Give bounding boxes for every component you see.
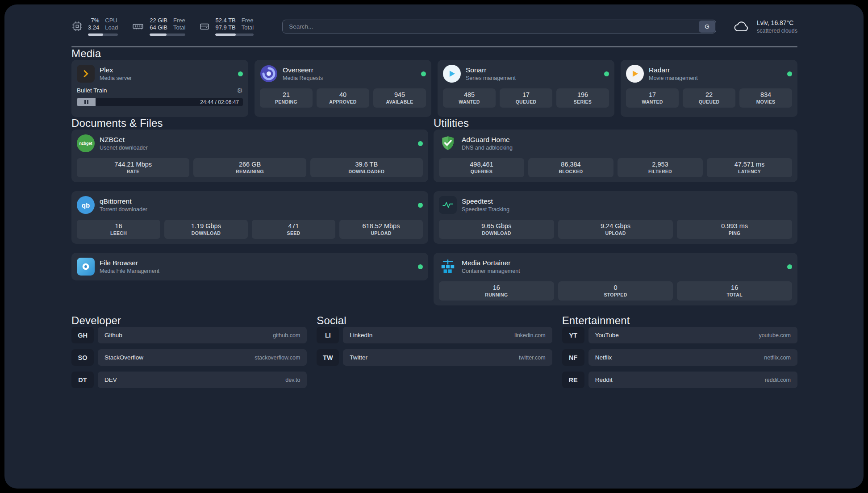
stat-box: 17 QUEUED <box>500 88 552 108</box>
service-name: NZBGet <box>100 136 148 144</box>
stat-value: 0 <box>559 284 672 291</box>
bookmark-twitter[interactable]: TW Twitter twitter.com <box>317 349 552 366</box>
service-card-portainer[interactable]: Media Portainer Container management 16 … <box>434 253 797 305</box>
stat-value: 485 <box>444 91 495 98</box>
stat-box: 618.52 Mbps UPLOAD <box>339 220 423 239</box>
stat-value: 39.6 TB <box>311 161 422 168</box>
service-name: AdGuard Home <box>462 136 513 144</box>
stat-label: QUEUED <box>501 99 551 104</box>
service-card-sonarr[interactable]: Sonarr Series management 485 WANTED 17 Q… <box>438 60 614 117</box>
bookmark-name: Twitter <box>350 354 367 361</box>
service-name: File Browser <box>100 259 159 267</box>
media-card-row: Plex Media server Bullet Train ⚙ 24:44 /… <box>71 60 797 117</box>
service-card-speedtest[interactable]: Speedtest Speedtest Tracking 9.65 Gbps D… <box>434 191 797 244</box>
status-dot <box>418 141 423 146</box>
bookmark-abbr: LI <box>317 327 339 343</box>
stat-box: 86,384 BLOCKED <box>528 158 613 177</box>
search-input[interactable] <box>282 20 716 33</box>
media-player-widget: 24:44 / 02:06:47 <box>77 98 243 106</box>
weather-location: Lviv, 16.87°C <box>757 19 797 26</box>
service-desc: Movie management <box>649 75 698 81</box>
qbittorrent-icon: qb <box>77 196 95 214</box>
memory-free-label: Free <box>173 17 185 24</box>
disk-usage-bar <box>215 33 254 36</box>
stat-box: 2,953 FILTERED <box>618 158 703 177</box>
bookmark-netflix[interactable]: NF Netflix netflix.com <box>562 349 797 366</box>
sonarr-icon <box>443 65 461 83</box>
header-divider <box>71 46 797 47</box>
service-desc: Series management <box>466 75 516 81</box>
pause-button[interactable] <box>77 98 96 106</box>
dashboard: 7% 3.24 CPU Load 22 GiB <box>4 4 864 489</box>
stat-box: 196 SERIES <box>556 88 609 108</box>
cpu-load-label: Load <box>105 24 118 31</box>
stat-box: 945 AVAILABLE <box>373 88 426 108</box>
bookmark-group-developer: Developer GH Github github.com SO StackO… <box>71 314 307 394</box>
bookmark-linkedin[interactable]: LI LinkedIn linkedin.com <box>317 327 552 343</box>
nzbget-icon: nzbget <box>77 134 95 152</box>
service-card-nzbget[interactable]: nzbget NZBGet Usenet downloader 744.21 M… <box>71 130 428 182</box>
portainer-icon <box>439 258 457 276</box>
service-card-filebrowser[interactable]: File Browser Media File Management <box>71 253 428 280</box>
now-playing-title: Bullet Train <box>77 87 107 94</box>
bookmark-stackoverflow[interactable]: SO StackOverflow stackoverflow.com <box>71 349 307 366</box>
stat-label: REMAINING <box>194 169 305 174</box>
stat-label: WANTED <box>627 99 678 104</box>
stat-box: 17 WANTED <box>626 88 679 108</box>
cpu-usage-bar <box>88 33 118 36</box>
nzbget-icon-text: nzbget <box>79 141 92 146</box>
cpu-icon <box>71 21 83 32</box>
bookmark-name: Reddit <box>595 376 613 383</box>
qbittorrent-icon-text: qb <box>82 201 90 209</box>
service-name: Sonarr <box>466 66 516 74</box>
bookmark-name: Github <box>104 332 122 338</box>
settings-gear-icon[interactable]: ⚙ <box>237 87 243 94</box>
service-card-plex[interactable]: Plex Media server Bullet Train ⚙ 24:44 /… <box>71 60 248 117</box>
service-desc: Media server <box>100 75 132 81</box>
service-name: Overseerr <box>283 66 323 74</box>
disk-free-value: 52.4 TB <box>215 17 235 24</box>
memory-free-value: 22 GiB <box>150 17 167 24</box>
bookmark-url: netflix.com <box>764 355 791 361</box>
stat-value: 2,953 <box>618 161 702 168</box>
disk-icon <box>199 21 210 32</box>
bookmark-github[interactable]: GH Github github.com <box>71 327 307 343</box>
service-card-adguard[interactable]: AdGuard Home DNS and adblocking 498,461 … <box>434 130 797 182</box>
search-provider-button[interactable]: G <box>699 21 715 33</box>
bookmark-dev[interactable]: DT DEV dev.to <box>71 372 307 388</box>
weather-widget: Lviv, 16.87°C scattered clouds <box>731 18 797 34</box>
cpu-stats: 7% 3.24 CPU Load <box>88 17 118 36</box>
stat-label: LEECH <box>78 230 159 236</box>
bookmark-url: reddit.com <box>765 377 791 383</box>
stat-label: TOTAL <box>678 292 791 297</box>
stat-box: 471 SEED <box>252 220 335 239</box>
stat-box: 1.19 Gbps DOWNLOAD <box>164 220 248 239</box>
seek-bar: 24:44 / 02:06:47 <box>96 98 243 106</box>
service-card-overseerr[interactable]: Overseerr Media Requests 21 PENDING 40 A… <box>255 60 431 117</box>
bookmark-youtube[interactable]: YT YouTube youtube.com <box>562 327 797 343</box>
cpu-percent: 7% <box>91 17 100 24</box>
bookmark-url: linkedin.com <box>514 332 545 338</box>
service-desc: Speedtest Tracking <box>462 206 509 213</box>
bookmarks-section: Developer GH Github github.com SO StackO… <box>71 314 797 394</box>
bookmark-name: LinkedIn <box>350 332 372 338</box>
bookmark-url: github.com <box>273 332 300 338</box>
stat-label: FILTERED <box>618 169 702 174</box>
service-card-qbittorrent[interactable]: qb qBittorrent Torrent downloader 16 LEE… <box>71 191 428 244</box>
status-dot <box>787 71 792 76</box>
bookmark-name: YouTube <box>595 332 619 338</box>
bookmark-name: DEV <box>104 376 117 383</box>
playback-time: 24:44 / 02:06:47 <box>200 99 239 105</box>
stat-box: 39.6 TB DOWNLOADED <box>310 158 423 177</box>
service-card-radarr[interactable]: Radarr Movie management 17 WANTED 22 QUE… <box>621 60 797 117</box>
bookmark-reddit[interactable]: RE Reddit reddit.com <box>562 372 797 388</box>
stat-label: APPROVED <box>317 99 368 104</box>
stat-box: 21 PENDING <box>260 88 313 108</box>
memory-icon <box>131 21 145 32</box>
status-dot <box>787 264 792 269</box>
memory-total-label: Total <box>173 24 185 31</box>
adguard-icon <box>439 134 457 152</box>
section-heading-utilities: Utilities <box>434 117 797 130</box>
stat-box: 834 MOVIES <box>739 88 792 108</box>
stat-value: 498,461 <box>440 161 523 168</box>
